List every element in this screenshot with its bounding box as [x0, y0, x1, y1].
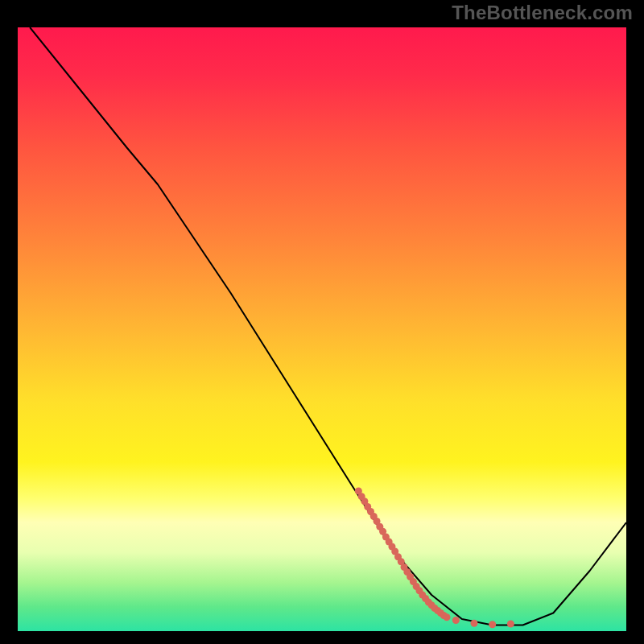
plot-frame: [14, 24, 630, 634]
plot-svg: [18, 27, 626, 631]
chart-container: TheBottleneck.com: [0, 0, 644, 644]
highlight-dot: [507, 621, 514, 628]
highlight-dot: [443, 613, 450, 621]
highlight-dot: [489, 621, 496, 628]
highlight-dot: [471, 620, 478, 627]
highlight-dot: [452, 617, 460, 624]
gradient-background: [18, 27, 626, 631]
watermark-text: TheBottleneck.com: [452, 2, 633, 24]
